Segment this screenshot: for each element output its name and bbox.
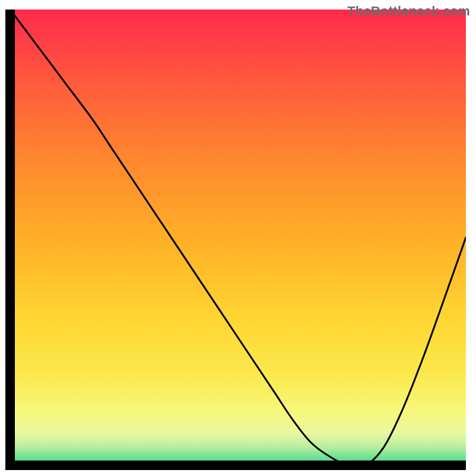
- chart-container: TheBottleneck.com: [0, 0, 476, 476]
- gradient-background: [10, 10, 466, 465]
- watermark-text: TheBottleneck.com: [347, 4, 470, 19]
- bottleneck-chart: [0, 0, 476, 476]
